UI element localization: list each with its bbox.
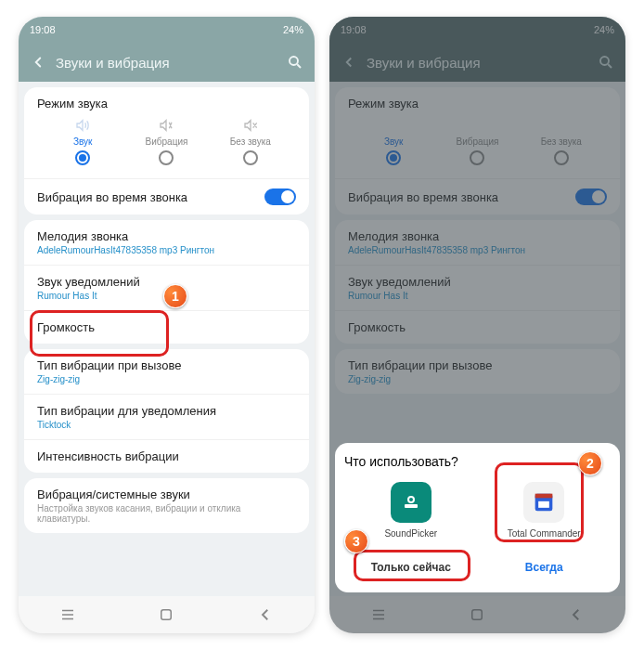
modes-group: Звук Вибрация Без звука [37,110,296,169]
nav-recents-icon[interactable] [59,606,76,623]
sheet-title: Что использовать? [344,454,611,469]
mode-vibration[interactable]: Вибрация [125,118,208,165]
app-soundpicker[interactable]: SoundPicker [369,482,453,539]
card-sound-mode: Режим звука Звук Вибрация Без звука [24,87,309,214]
header-bar: Звуки и вибрация [19,43,315,82]
row-vib-on-call[interactable]: Вибрация во время звонка [24,179,309,214]
row-mode-label: Режим звука Звук Вибрация Без звука [24,87,309,179]
mode-sound[interactable]: Звук [41,118,123,165]
badge-2: 2 [578,451,602,475]
radio-vibration[interactable] [159,150,174,165]
intensity-label: Интенсивность вибрации [37,449,296,463]
content-scroll[interactable]: Режим звука Звук Вибрация Без звука [19,82,315,596]
mute-icon [242,118,259,133]
row-vib-call[interactable]: Тип вибрации при вызове Zig-zig-zig [24,349,309,395]
svg-rect-8 [405,504,418,508]
card-ringtone: Мелодия звонка AdeleRumourHasIt47835358 … [24,220,309,344]
choice-once[interactable]: Только сейчас [344,553,478,581]
choice-always[interactable]: Всегда [478,553,612,581]
totalcommander-icon [523,482,564,523]
card-vibration: Тип вибрации при вызове Zig-zig-zig Тип … [24,349,309,473]
badge-1: 1 [163,284,187,308]
app-totalcommander[interactable]: Total Commander [502,482,586,539]
app-list: SoundPicker Total Commander [344,482,611,539]
app-soundpicker-label: SoundPicker [384,528,437,539]
soundpicker-icon [391,482,431,523]
ringtone-title: Мелодия звонка [37,229,296,243]
status-right: 24% [283,24,303,35]
vib-notif-title: Тип вибрации для уведомления [37,404,296,418]
battery-text: 24% [283,24,303,35]
svg-rect-5 [161,610,172,620]
row-volume[interactable]: Громкость [24,311,309,344]
row-system-sounds[interactable]: Вибрация/системные звуки Настройка звуко… [24,478,309,533]
phone-right: 19:08 24% Звуки и вибрация Режим звука З… [329,17,625,633]
nav-back-icon[interactable] [257,606,274,623]
svg-rect-12 [538,501,549,508]
svg-point-9 [408,497,414,502]
row-vib-notif[interactable]: Тип вибрации для уведомления Ticktock [24,395,309,440]
system-sub: Настройка звуков касания, вибрации и отк… [37,503,296,524]
mode-mute-label: Без звука [230,136,271,147]
svg-rect-11 [535,494,553,499]
app-totalcommander-label: Total Commander [508,528,581,539]
mode-vibration-label: Вибрация [146,136,188,147]
page-title: Звуки и вибрация [56,55,287,71]
vib-call-title: Тип вибрации при вызове [37,358,296,372]
phone-left: 19:08 24% Звуки и вибрация Режим звука З… [19,17,315,633]
nav-bar [19,596,315,633]
mode-mute[interactable]: Без звука [209,118,291,165]
radio-mute[interactable] [243,150,258,165]
app-chooser-sheet: Что использовать? SoundPicker Total Comm… [335,443,620,592]
mode-sound-label: Звук [73,136,93,147]
search-icon[interactable] [287,54,303,71]
sound-icon [74,118,91,133]
vib-call-sub: Zig-zig-zig [37,374,296,384]
nav-home-icon[interactable] [158,606,174,623]
vib-notif-sub: Ticktock [37,420,296,430]
vibration-icon [158,118,174,133]
svg-point-0 [290,57,298,65]
status-time: 19:08 [30,24,56,35]
vib-on-call-label: Вибрация во время звонка [37,190,187,204]
choice-row: Только сейчас Всегда [344,553,611,581]
mode-label: Режим звука [37,97,296,110]
card-system: Вибрация/системные звуки Настройка звуко… [24,478,309,533]
back-icon[interactable] [30,54,46,71]
radio-sound[interactable] [75,150,90,165]
row-intensity[interactable]: Интенсивность вибрации [24,440,309,473]
ringtone-sub: AdeleRumourHasIt47835358 mp3 Рингтон [37,245,296,255]
badge-3: 3 [344,529,368,553]
status-bar: 19:08 24% [19,17,315,43]
svg-line-1 [297,64,301,68]
system-title: Вибрация/системные звуки [37,488,296,501]
toggle-vib-on-call[interactable] [264,188,296,205]
volume-label: Громкость [37,320,296,334]
row-ringtone[interactable]: Мелодия звонка AdeleRumourHasIt47835358 … [24,220,309,266]
